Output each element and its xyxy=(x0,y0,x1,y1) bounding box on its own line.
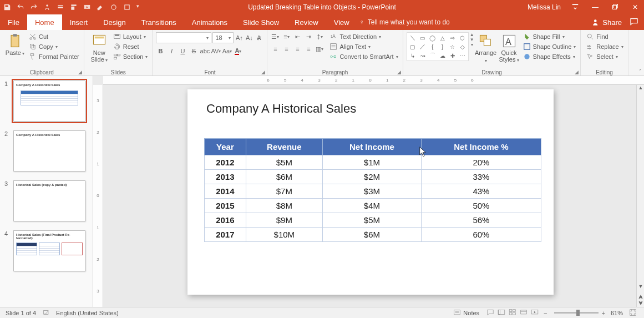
eraser-icon[interactable] xyxy=(97,3,104,11)
tab-review[interactable]: Review xyxy=(287,14,326,30)
th-year[interactable]: Year xyxy=(205,139,246,155)
clipboard-dialog-icon[interactable]: ◢ xyxy=(78,69,82,75)
slide-canvas[interactable]: Company A Historical Sales Year Revenue … xyxy=(187,89,554,295)
reading-view-icon[interactable] xyxy=(518,309,529,317)
zoom-level[interactable]: 61% xyxy=(611,310,623,316)
cell-pct[interactable]: 56% xyxy=(421,213,541,228)
thumbnail-slide-4[interactable]: Historical Sales (Final Product Re-forma… xyxy=(13,230,85,271)
comments-icon[interactable] xyxy=(630,17,638,28)
scroll-up-icon[interactable]: ▲ xyxy=(637,85,644,93)
spacing-icon[interactable]: AV xyxy=(211,47,220,55)
user-name[interactable]: Melissa Lin xyxy=(528,3,561,11)
tab-view[interactable]: View xyxy=(326,14,357,30)
tab-transitions[interactable]: Transitions xyxy=(134,14,184,30)
shape-callout-icon[interactable]: ◇ xyxy=(458,43,467,51)
cell-pct[interactable]: 33% xyxy=(421,170,541,184)
thumbnail-slide-3[interactable]: Historical Sales (copy & pasted) xyxy=(13,180,85,221)
shape-hex-icon[interactable]: ⬡ xyxy=(458,34,467,42)
shape-arc-icon[interactable]: ⌒ xyxy=(428,52,437,59)
table-row[interactable]: 2013$6M$2M33% xyxy=(205,170,541,184)
ribbon-options-icon[interactable] xyxy=(570,3,581,12)
shape-triangle-icon[interactable]: △ xyxy=(438,34,447,42)
layout-button[interactable]: Layout xyxy=(112,32,149,41)
new-slide-button[interactable]: New Slide xyxy=(88,32,111,63)
th-net-income-pct[interactable]: Net Income % xyxy=(421,139,541,155)
fit-to-window-icon[interactable] xyxy=(627,309,638,317)
shape-arrow-icon[interactable]: ⇨ xyxy=(448,34,457,42)
th-net-income[interactable]: Net Income xyxy=(322,139,421,155)
tab-insert[interactable]: Insert xyxy=(62,14,96,30)
font-color-icon[interactable]: A xyxy=(234,47,242,55)
cell-pct[interactable]: 20% xyxy=(421,155,541,170)
cell-income[interactable]: $3M xyxy=(322,184,421,199)
numbering-icon[interactable]: ≡ xyxy=(282,32,291,41)
align-left-icon[interactable]: ≡ xyxy=(271,44,280,53)
cell-pct[interactable]: 43% xyxy=(421,184,541,199)
tab-slideshow[interactable]: Slide Show xyxy=(235,14,287,30)
cell-revenue[interactable]: $9M xyxy=(246,213,322,228)
shape-fill-button[interactable]: Shape Fill xyxy=(522,32,577,41)
tab-design[interactable]: Design xyxy=(95,14,133,30)
table-row[interactable]: 2014$7M$3M43% xyxy=(205,184,541,199)
decrease-indent-icon[interactable]: ⇤ xyxy=(293,32,302,41)
cell-income[interactable]: $4M xyxy=(322,199,421,213)
cell-revenue[interactable]: $5M xyxy=(246,155,322,170)
redo-icon[interactable] xyxy=(30,3,38,11)
drawing-dialog-icon[interactable]: ◢ xyxy=(575,69,579,75)
shape-rbrace-icon[interactable]: } xyxy=(438,43,447,51)
zoom-out-icon[interactable]: − xyxy=(544,310,547,316)
th-revenue[interactable]: Revenue xyxy=(246,139,322,155)
share-button[interactable]: Share xyxy=(592,18,622,27)
align-center-icon[interactable]: ≡ xyxy=(282,44,291,53)
smartart-button[interactable]: Convert to SmartArt xyxy=(328,52,399,61)
table-row[interactable]: 2012$5M$1M20% xyxy=(205,155,541,170)
bullets-icon[interactable]: ☰ xyxy=(271,32,280,41)
find-button[interactable]: Find xyxy=(585,32,624,41)
gallery-more-icon[interactable]: ▾ xyxy=(471,42,473,47)
slide-editor[interactable]: 6 5 4 3 2 1 0 1 2 3 4 5 6 3 2 1 0 1 2 3 … xyxy=(93,76,644,307)
increase-font-icon[interactable]: A↑ xyxy=(235,33,244,42)
slide-title[interactable]: Company A Historical Sales xyxy=(187,89,554,116)
table-row[interactable]: 2015$8M$4M50% xyxy=(205,199,541,213)
undo-icon[interactable] xyxy=(17,3,24,11)
line-spacing-icon[interactable]: ‡ xyxy=(315,32,324,41)
decrease-font-icon[interactable]: A↓ xyxy=(245,33,253,42)
tab-home[interactable]: Home xyxy=(27,14,62,30)
thumbnail-slide-1[interactable]: Company A Historical Sales xyxy=(13,80,85,122)
spellcheck-icon[interactable] xyxy=(43,309,50,317)
cell-year[interactable]: 2013 xyxy=(205,170,246,184)
sales-table[interactable]: Year Revenue Net Income Net Income % 201… xyxy=(204,138,541,242)
text-direction-button[interactable]: ↕AText Direction xyxy=(328,32,399,41)
table-row[interactable]: 2017$10M$6M60% xyxy=(205,228,541,242)
next-slide-icon[interactable]: ⮟ xyxy=(638,300,643,306)
replace-button[interactable]: abReplace xyxy=(585,42,624,51)
change-case-icon[interactable]: Aa xyxy=(222,47,231,55)
shape-freeform-icon[interactable]: ↝ xyxy=(418,52,427,59)
paste-button[interactable]: Paste xyxy=(3,32,27,57)
restore-icon[interactable] xyxy=(610,3,621,12)
comments-pane-icon[interactable] xyxy=(485,309,496,317)
cell-revenue[interactable]: $8M xyxy=(246,199,322,213)
font-family-select[interactable]: ▾ xyxy=(156,32,211,43)
zoom-slider[interactable] xyxy=(554,312,599,314)
columns-icon[interactable]: ▥ xyxy=(315,44,324,53)
collapse-ribbon-icon[interactable]: ˄ xyxy=(639,68,642,74)
shape-more-icon[interactable]: ⋯ xyxy=(458,52,467,59)
cell-year[interactable]: 2012 xyxy=(205,155,246,170)
shape-outline-button[interactable]: Shape Outline xyxy=(522,42,577,51)
arrange-button[interactable]: Arrange xyxy=(474,32,498,64)
bold-icon[interactable]: B xyxy=(156,47,165,55)
cell-income[interactable]: $2M xyxy=(322,170,421,184)
save-icon[interactable] xyxy=(3,3,11,11)
qat-icon[interactable] xyxy=(123,3,131,11)
cell-revenue[interactable]: $7M xyxy=(246,184,322,199)
cell-revenue[interactable]: $6M xyxy=(246,170,322,184)
tab-animations[interactable]: Animations xyxy=(184,14,235,30)
align-right-icon[interactable]: ≡ xyxy=(293,44,302,53)
paragraph-dialog-icon[interactable]: ◢ xyxy=(397,69,401,75)
cell-pct[interactable]: 50% xyxy=(421,199,541,213)
cell-income[interactable]: $1M xyxy=(322,155,421,170)
qat-icon[interactable] xyxy=(57,3,64,11)
qat-icon[interactable] xyxy=(110,3,118,11)
touch-icon[interactable] xyxy=(43,3,51,11)
